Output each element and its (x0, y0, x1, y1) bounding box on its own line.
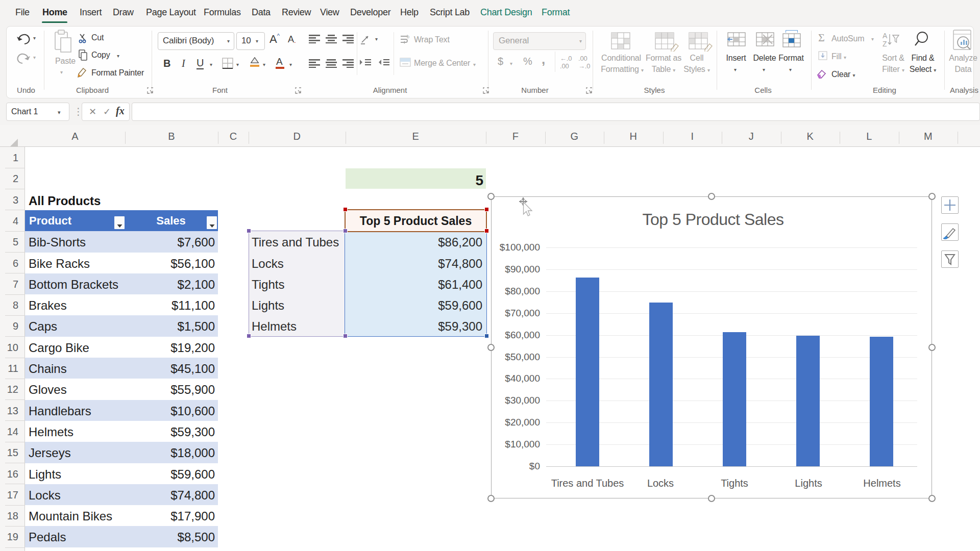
svg-text:Z: Z (883, 40, 887, 48)
svg-text:A: A (883, 32, 888, 40)
svg-text:b: b (407, 34, 409, 39)
